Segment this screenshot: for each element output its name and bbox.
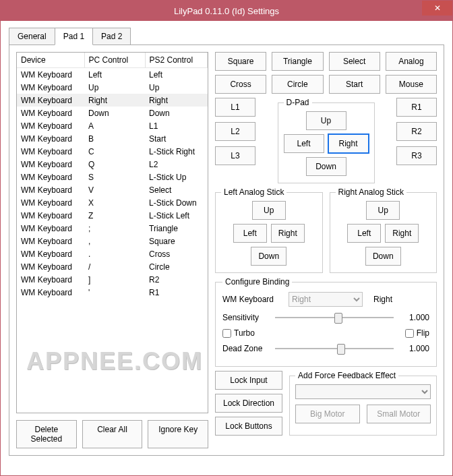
tab-label: Pad 2	[101, 32, 122, 41]
lstick-down-button[interactable]: Down	[251, 247, 286, 266]
turbo-checkbox-label[interactable]: Turbo	[222, 328, 255, 338]
sensitivity-slider[interactable]	[275, 311, 394, 324]
flip-checkbox[interactable]	[405, 329, 414, 338]
table-row[interactable]: WM KeyboardQL2	[17, 158, 208, 171]
turbo-checkbox[interactable]	[222, 329, 231, 338]
cell-ps2: L-Stick Down	[145, 196, 208, 209]
table-row[interactable]: WM KeyboardVSelect	[17, 183, 208, 196]
cell-ps2: Select	[145, 183, 208, 196]
cross-button[interactable]: Cross	[215, 75, 266, 94]
table-row[interactable]: WM Keyboard'R1	[17, 286, 208, 299]
table-row[interactable]: WM KeyboardBStart	[17, 132, 208, 145]
col-pc-control[interactable]: PC Control	[84, 53, 145, 68]
r2-button[interactable]: R2	[396, 122, 437, 141]
triangle-button[interactable]: Triangle	[272, 52, 323, 71]
rstick-right-button[interactable]: Right	[385, 224, 419, 243]
cell-pc: Right	[84, 94, 145, 107]
settings-window: LilyPad 0.11.0 (Id) Settings ✕ General P…	[0, 0, 453, 476]
table-row[interactable]: WM KeyboardLeftLeft	[17, 68, 208, 82]
tab-label: Pad 1	[63, 32, 84, 41]
cell-ps2: L2	[145, 158, 208, 171]
deadzone-slider[interactable]	[275, 342, 394, 355]
dpad-left-button[interactable]: Left	[284, 134, 324, 153]
delete-selected-button[interactable]: Delete Selected	[16, 420, 77, 448]
cell-device: WM Keyboard	[17, 171, 84, 183]
dpad-right-button[interactable]: Right	[328, 134, 369, 153]
clear-all-button[interactable]: Clear All	[82, 420, 143, 448]
left-stick-group: Left Analog Stick Up Left Right Down	[215, 187, 323, 273]
close-button[interactable]: ✕	[422, 1, 452, 16]
cell-ps2: Start	[145, 132, 208, 145]
table-row[interactable]: WM KeyboardSL-Stick Up	[17, 171, 208, 183]
table-row[interactable]: WM KeyboardZL-Stick Left	[17, 209, 208, 222]
col-ps2-control[interactable]: PS2 Control	[145, 53, 208, 68]
analog-button[interactable]: Analog	[386, 52, 437, 71]
start-button[interactable]: Start	[329, 75, 380, 94]
mouse-button[interactable]: Mouse	[386, 75, 437, 94]
cell-ps2: Up	[145, 81, 208, 94]
r1-button[interactable]: R1	[396, 98, 437, 117]
col-device[interactable]: Device	[17, 53, 84, 68]
lstick-left-button[interactable]: Left	[233, 224, 267, 243]
select-button[interactable]: Select	[329, 52, 380, 71]
circle-button[interactable]: Circle	[272, 75, 323, 94]
table-row[interactable]: WM KeyboardDownDown	[17, 107, 208, 119]
window-title: LilyPad 0.11.0 (Id) Settings	[174, 6, 279, 16]
lock-buttons-button[interactable]: Lock Buttons	[215, 417, 282, 436]
ff-effect-select[interactable]	[295, 384, 431, 399]
table-row[interactable]: WM Keyboard;Triangle	[17, 222, 208, 235]
cell-ps2: L-Stick Up	[145, 171, 208, 183]
cell-pc: C	[84, 145, 145, 158]
cell-ps2: L-Stick Right	[145, 145, 208, 158]
rstick-down-button[interactable]: Down	[365, 247, 401, 266]
dpad-up-button[interactable]: Up	[306, 111, 346, 130]
sensitivity-value: 1.000	[399, 313, 429, 322]
r3-button[interactable]: R3	[396, 146, 437, 165]
table-row[interactable]: WM KeyboardXL-Stick Down	[17, 196, 208, 209]
force-feedback-group: Add Force Feedback Effect Big Motor Smal…	[289, 371, 437, 436]
tab-panel-pad1: Device PC Control PS2 Control WM Keyboar…	[9, 44, 444, 456]
table-row[interactable]: WM Keyboard]R2	[17, 273, 208, 286]
lstick-right-button[interactable]: Right	[271, 224, 305, 243]
cell-pc: Q	[84, 158, 145, 171]
lstick-up-button[interactable]: Up	[252, 201, 286, 220]
table-row[interactable]: WM KeyboardCL-Stick Right	[17, 145, 208, 158]
table-row[interactable]: WM KeyboardUpUp	[17, 81, 208, 94]
cell-pc: '	[84, 286, 145, 299]
table-row[interactable]: WM Keyboard.Cross	[17, 247, 208, 260]
ignore-key-button[interactable]: Ignore Key	[148, 420, 208, 448]
tab-pad2[interactable]: Pad 2	[92, 28, 131, 44]
table-row[interactable]: WM Keyboard,Square	[17, 235, 208, 247]
cell-pc: /	[84, 260, 145, 273]
dpad-legend: D-Pad	[284, 98, 312, 107]
table-row[interactable]: WM KeyboardAL1	[17, 119, 208, 132]
cell-ps2: Triangle	[145, 222, 208, 235]
dpad-down-button[interactable]: Down	[306, 157, 346, 176]
cell-device: WM Keyboard	[17, 107, 84, 119]
small-motor-button[interactable]: Small Motor	[367, 405, 431, 423]
lock-input-button[interactable]: Lock Input	[215, 371, 282, 390]
cfg-control-select[interactable]: Right	[289, 292, 363, 307]
big-motor-button[interactable]: Big Motor	[295, 405, 360, 423]
bindings-column: Device PC Control PS2 Control WM Keyboar…	[16, 52, 208, 448]
cell-pc: V	[84, 183, 145, 196]
cell-device: WM Keyboard	[17, 286, 84, 299]
rstick-left-button[interactable]: Left	[347, 224, 381, 243]
bindings-table[interactable]: Device PC Control PS2 Control WM Keyboar…	[16, 52, 208, 413]
flip-checkbox-label[interactable]: Flip	[405, 328, 429, 338]
l2-button[interactable]: L2	[215, 122, 255, 141]
square-button[interactable]: Square	[215, 52, 266, 71]
tab-bar: General Pad 1 Pad 2	[9, 28, 444, 44]
tab-general[interactable]: General	[9, 28, 55, 44]
table-row[interactable]: WM Keyboard/Circle	[17, 260, 208, 273]
cell-ps2: Right	[145, 94, 208, 107]
configure-binding-group: Configure Binding WM Keyboard Right Righ…	[215, 277, 437, 367]
cell-pc: ;	[84, 222, 145, 235]
rstick-up-button[interactable]: Up	[366, 201, 400, 220]
tab-pad1[interactable]: Pad 1	[55, 28, 93, 45]
l1-button[interactable]: L1	[215, 98, 255, 117]
l3-button[interactable]: L3	[215, 146, 255, 165]
configure-binding-legend: Configure Binding	[222, 277, 292, 287]
lock-direction-button[interactable]: Lock Direction	[215, 394, 282, 413]
table-row[interactable]: WM KeyboardRightRight	[17, 94, 208, 107]
